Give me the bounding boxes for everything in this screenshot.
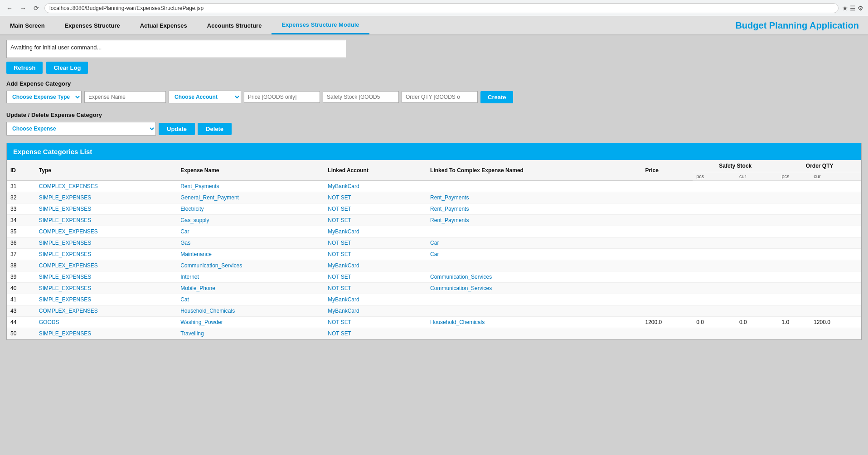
- choose-account-select[interactable]: Choose Account: [169, 91, 241, 103]
- nav-accounts-structure[interactable]: Accounts Structure: [197, 16, 272, 34]
- table-row: 50SIMPLE_EXPENSESTravellingNOT SET: [7, 328, 861, 339]
- col-ss-cur: cur: [736, 172, 778, 181]
- choose-expense-select[interactable]: Choose Expense: [6, 122, 156, 136]
- table-row: 44GOODSWashing_PowderNOT SETHousehold_Ch…: [7, 317, 861, 328]
- create-button[interactable]: Create: [480, 91, 513, 103]
- col-id: ID: [7, 160, 35, 181]
- table-row: 41SIMPLE_EXPENSESCatMyBankCard: [7, 294, 861, 305]
- col-type: Type: [35, 160, 177, 181]
- table-row: 31COMPLEX_EXPENSESRent_PaymentsMyBankCar…: [7, 181, 861, 192]
- price-input[interactable]: [244, 91, 320, 103]
- update-button[interactable]: Update: [159, 123, 195, 135]
- table-section: Expense Categories List ID Type Expense …: [6, 143, 862, 340]
- col-order-qty-header: Order QTY: [778, 160, 861, 172]
- col-price: Price: [641, 160, 693, 181]
- col-safety-stock-header: Safety Stock: [693, 160, 778, 172]
- col-oq-cur: cur: [810, 172, 861, 181]
- table-row: 35COMPLEX_EXPENSESCarMyBankCard: [7, 226, 861, 237]
- update-section-label: Update / Delete Expense Category: [6, 111, 862, 118]
- add-form: Choose Expense Type Choose Account Creat…: [6, 91, 862, 103]
- log-buttons: Refresh Clear Log: [6, 62, 862, 74]
- browser-icons: ★ ☰ ⚙: [842, 5, 863, 12]
- refresh-button[interactable]: Refresh: [6, 62, 43, 74]
- update-form: Choose Expense Update Delete: [6, 122, 862, 136]
- table-row: 33SIMPLE_EXPENSESElectricityNOT SETRent_…: [7, 203, 861, 215]
- col-oq-pcs: pcs: [778, 172, 810, 181]
- back-button[interactable]: ←: [5, 4, 15, 13]
- nav-expenses-structure[interactable]: Expenses Structure: [55, 16, 130, 34]
- table-header-bar: Expense Categories List: [7, 143, 861, 160]
- table-row: 43COMPLEX_EXPENSESHousehold_ChemicalsMyB…: [7, 305, 861, 317]
- table-row: 38COMPLEX_EXPENSESCommunication_Services…: [7, 260, 861, 271]
- col-expense-name: Expense Name: [177, 160, 324, 181]
- expense-categories-table: ID Type Expense Name Linked Account Link…: [7, 160, 861, 339]
- col-linked-account: Linked Account: [324, 160, 427, 181]
- nav-expenses-structure-module[interactable]: Expenses Structure Module: [272, 16, 369, 34]
- col-ss-pcs: pcs: [693, 172, 736, 181]
- table-row: 39SIMPLE_EXPENSESInternetNOT SETCommunic…: [7, 271, 861, 283]
- add-section-label: Add Expense Category: [6, 80, 862, 87]
- reload-button[interactable]: ⟳: [32, 4, 41, 13]
- app-title: Budget Planning Application: [726, 16, 868, 34]
- order-qty-input[interactable]: [402, 91, 478, 103]
- expense-name-input[interactable]: [84, 91, 166, 103]
- col-linked-complex: Linked To Complex Expense Named: [427, 160, 641, 181]
- clear-log-button[interactable]: Clear Log: [46, 62, 88, 74]
- nav-actual-expenses[interactable]: Actual Expenses: [130, 16, 197, 34]
- main-content: Awaiting for initial user command... Ref…: [0, 35, 868, 344]
- table-row: 37SIMPLE_EXPENSESMaintenanceNOT SETCar: [7, 249, 861, 260]
- browser-bar: ← → ⟳ ★ ☰ ⚙: [0, 0, 868, 16]
- log-box: Awaiting for initial user command...: [6, 40, 346, 58]
- forward-button[interactable]: →: [18, 4, 28, 13]
- nav-main-screen[interactable]: Main Screen: [0, 16, 55, 34]
- delete-button[interactable]: Delete: [198, 123, 232, 135]
- table-row: 32SIMPLE_EXPENSESGeneral_Rent_PaymentNOT…: [7, 192, 861, 203]
- safety-stock-input[interactable]: [323, 91, 399, 103]
- choose-expense-type-select[interactable]: Choose Expense Type: [6, 91, 82, 103]
- url-bar[interactable]: [44, 3, 839, 13]
- table-row: 36SIMPLE_EXPENSESGasNOT SETCar: [7, 237, 861, 249]
- table-row: 40SIMPLE_EXPENSESMobile_PhoneNOT SETComm…: [7, 283, 861, 294]
- top-nav: Main Screen Expenses Structure Actual Ex…: [0, 16, 868, 35]
- table-row: 34SIMPLE_EXPENSESGas_supplyNOT SETRent_P…: [7, 215, 861, 226]
